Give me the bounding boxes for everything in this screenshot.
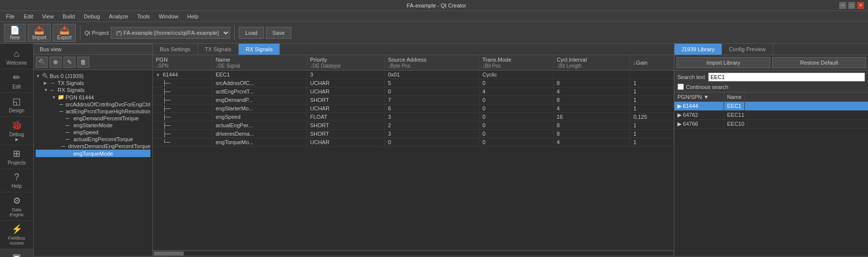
pgn-icon: 📁 (58, 94, 66, 100)
tree-node-signal-7[interactable]: ─ driversDemandEngPercentTorque (36, 143, 150, 150)
menu-window[interactable]: Window (155, 12, 182, 20)
cell-dt-engdem: SHORT (307, 96, 385, 104)
sidebar-item-help[interactable]: ? Help (0, 169, 33, 192)
tree-node-rx[interactable]: ▼ ← RX Signals (36, 86, 150, 93)
lib-cell-pgn-eec1: ▶ 61444 (674, 102, 724, 110)
table-row-engdem[interactable]: ├─ engDemandP... SHORT 7 0 8 1 (153, 96, 674, 104)
lib-cell-name-eec10: EEC10 (724, 120, 748, 128)
tree-node-signal-2[interactable]: ─ actlEngPrcntTorqueHighResolution (36, 108, 150, 115)
sidebar-item-data-engine[interactable]: ⚙ DataEngine (0, 192, 33, 221)
cell-bytepos-engspeed: 3 (385, 113, 479, 121)
continuous-search-checkbox[interactable] (677, 84, 684, 90)
lib-row-eec11[interactable]: ▶ 64762 EEC11 (674, 111, 868, 120)
col-trans: Trans.Mode↓Bit Pos (479, 55, 554, 71)
new-button[interactable]: 📄 New (4, 24, 26, 42)
minimize-button[interactable]: ─ (839, 2, 846, 9)
s5-icon: ─ (66, 129, 73, 135)
lib-row-eec10[interactable]: ▶ 64766 EEC10 (674, 120, 868, 129)
tree-tool-bus[interactable]: 🔌 (36, 57, 48, 68)
cell-bytepos-engtorque: 0 (385, 138, 479, 147)
menu-tools[interactable]: Tools (133, 12, 154, 20)
tab-tx-signals[interactable]: TX Signals (198, 44, 239, 55)
debug-icon: 🐞 (11, 120, 22, 131)
signals-scrollbar[interactable] (153, 250, 674, 256)
cell-bitpos-engstarter: 0 (479, 104, 554, 113)
table-row-src[interactable]: ├─ srcAddrssOfC... UCHAR 5 0 8 1 (153, 79, 674, 87)
sidebar-item-fa-example[interactable]: ▣ FA-example ▶ (0, 249, 33, 257)
s6-label: actualEngPercentTorque (73, 136, 133, 142)
sidebar-item-welcome[interactable]: ⌂ Welcome (0, 46, 33, 69)
cell-bitpos-engspeed: 0 (479, 113, 554, 121)
lib-cell-pgn-eec10: ▶ 64766 (674, 120, 724, 128)
tab-config-preview[interactable]: Config Preview (722, 44, 773, 55)
menu-view[interactable]: View (38, 12, 58, 20)
s6-icon: ─ (66, 136, 73, 142)
cell-pgn-engspeed: ├─ (153, 113, 212, 121)
lib-pgn-sort-icon: ▼ (704, 94, 709, 100)
tree-tool-delete[interactable]: 🗑 (77, 57, 89, 68)
lib-col-pgn[interactable]: PGN/SPN ▼ (674, 92, 724, 101)
tree-tool-add[interactable]: ⊕ (50, 57, 62, 68)
cell-bitlen-drivema: 8 (553, 130, 630, 138)
menu-debug[interactable]: Debug (80, 12, 104, 20)
sidebar-item-edit[interactable]: ✏ Edit (0, 69, 33, 93)
sidebar-item-projects[interactable]: ⊞ Projects (0, 145, 33, 169)
tree-node-pgn61444[interactable]: ▼ 📁 PGN 61444 (36, 93, 150, 101)
table-row-eec1[interactable]: ▼ 61444 EEC1 3 0x01 Cyclic (153, 71, 674, 79)
lib-row-eec1[interactable]: ▶ 61444 EEC1 (674, 102, 868, 111)
import-button[interactable]: 📥 Import (28, 24, 51, 42)
col-source: Source Address↓Byte Pos (385, 55, 479, 71)
project-dropdown[interactable]: (*) FA-example [/home/ccs/qt/FA-example] (111, 27, 230, 39)
import-library-button[interactable]: Import Library (676, 57, 770, 68)
cell-name-engstarter: engStarterMo... (212, 104, 307, 113)
restore-default-button[interactable]: Restore Default (772, 57, 866, 68)
sidebar-item-design[interactable]: ◱ Design (0, 93, 33, 117)
tree-tool-edit[interactable]: ✎ (64, 57, 75, 68)
tab-j1939-library[interactable]: J1939 Library (674, 44, 722, 55)
close-button[interactable]: ✕ (857, 2, 864, 9)
sidebar-item-fieldbus[interactable]: ⚡ FieldbusAccess (0, 221, 33, 249)
data-engine-icon: ⚙ (13, 195, 21, 206)
table-row-actl[interactable]: ├─ actlEngPrcntT... UCHAR 0 4 4 1 (153, 87, 674, 96)
save-button[interactable]: Save (266, 27, 291, 39)
s1-label: srcAddrssOfCntrlIngDvcForEngCtrl (66, 101, 150, 107)
tree-node-signal-5[interactable]: ─ engSpeed (36, 129, 150, 136)
s3-label: engDemandPercentTorque (73, 115, 138, 121)
table-row-actualeng[interactable]: ├─ actualEngPer... SHORT 2 0 8 1 (153, 121, 674, 130)
s3-icon: ─ (66, 115, 73, 121)
table-row-drivema[interactable]: ├─ driveresDema... SHORT 3 0 8 1 (153, 130, 674, 138)
table-row-engspeed[interactable]: ├─ engSpeed FLOAT 3 0 16 0,125 (153, 113, 674, 121)
tab-rx-signals[interactable]: RX Signals (239, 44, 280, 55)
menu-analyze[interactable]: Analyze (105, 12, 132, 20)
tree-node-tx[interactable]: ▶ → TX Signals (36, 80, 150, 86)
menu-help[interactable]: Help (183, 12, 202, 20)
maximize-button[interactable]: □ (848, 2, 855, 9)
cell-bitlen-engtorque: 4 (553, 138, 630, 147)
bus-view-tab[interactable]: Bus view (34, 44, 152, 55)
load-button[interactable]: Load (239, 27, 264, 39)
cell-bitlen-engstarter: 4 (553, 104, 630, 113)
menu-file[interactable]: File (2, 12, 19, 20)
export-button[interactable]: 📤 Export (53, 24, 76, 42)
sidebar-item-debug[interactable]: 🐞 Debug ▶ (0, 117, 33, 145)
tree-node-signal-1[interactable]: ─ srcAddrssOfCntrlIngDvcForEngCtrl (36, 101, 150, 108)
lib-col-name[interactable]: Name (724, 92, 745, 101)
tree-node-bus0[interactable]: ▼ 🔌 Bus 0 (J1939) (36, 72, 150, 80)
library-search-input[interactable] (708, 73, 865, 82)
tree-node-signal-6[interactable]: ─ actualEngPercentTorque (36, 136, 150, 143)
s2-label: actlEngPrcntTorqueHighResolution (66, 108, 150, 114)
lib-table-header: PGN/SPN ▼ Name (674, 92, 868, 102)
tree-node-signal-3[interactable]: ─ engDemandPercentTorque (36, 115, 150, 122)
col-pgn: PGN↓SPN (153, 55, 212, 71)
table-row-engtorque[interactable]: └─ engTorqueMo... UCHAR 0 0 4 1 (153, 138, 674, 147)
scrollbar-thumb[interactable] (154, 252, 184, 256)
menu-build[interactable]: Build (59, 12, 78, 20)
tree-node-signal-4[interactable]: ─ engStarterMode (36, 122, 150, 129)
cell-bytepos-actl: 0 (385, 87, 479, 96)
table-row-engstarter[interactable]: ├─ engStarterMo... UCHAR 6 0 4 1 (153, 104, 674, 113)
tree-node-signal-8[interactable]: ✎ engTorqueMode (36, 150, 150, 157)
col-gain: ↓Gain (630, 55, 674, 71)
tree-toolbar: 🔌 ⊕ ✎ 🗑 (34, 55, 152, 70)
menu-edit[interactable]: Edit (20, 12, 37, 20)
tab-bus-settings[interactable]: Bus Settings (153, 44, 198, 55)
